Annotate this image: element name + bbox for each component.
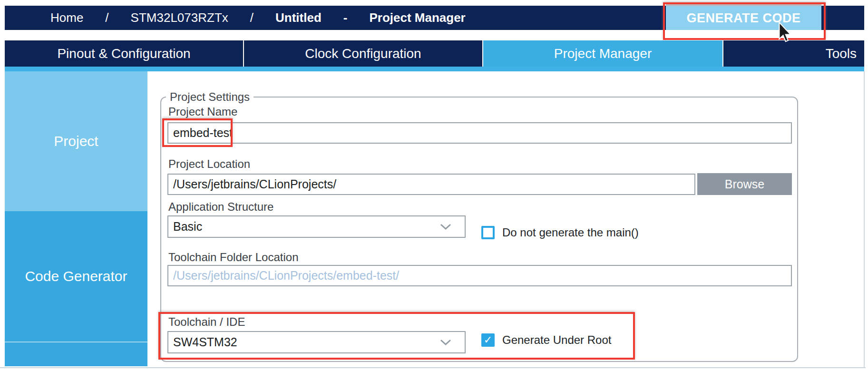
project-location-input[interactable] <box>167 174 695 195</box>
project-name-input[interactable] <box>167 122 792 144</box>
toolchain-ide-label: Toolchain / IDE <box>168 315 245 329</box>
sidebar-item-project[interactable]: Project <box>5 71 147 211</box>
breadcrumb-dash: - <box>343 10 348 25</box>
breadcrumb-page: Project Manager <box>369 10 465 25</box>
breadcrumb-home[interactable]: Home <box>50 10 83 25</box>
browse-button[interactable]: Browse <box>697 173 792 195</box>
do-not-generate-main-label: Do not generate the main() <box>502 226 639 239</box>
do-not-generate-main-row: Do not generate the main() <box>481 226 639 239</box>
chevron-down-icon <box>440 339 451 346</box>
generate-under-root-row: ✓ Generate Under Root <box>481 333 611 347</box>
sidebar-item-code-generator[interactable]: Code Generator <box>5 211 147 342</box>
toolchain-ide-value: SW4STM32 <box>173 335 237 349</box>
tab-project-manager[interactable]: Project Manager <box>483 40 722 67</box>
tab-pinout-configuration[interactable]: Pinout & Configuration <box>5 40 243 67</box>
breadcrumb-separator: / <box>105 10 108 25</box>
sidebar-item-advanced[interactable] <box>5 342 147 366</box>
application-structure-value: Basic <box>173 220 202 234</box>
breadcrumb-device[interactable]: STM32L073RZTx <box>131 10 228 25</box>
stm32cubemx-window: Home / STM32L073RZTx / Untitled - Projec… <box>0 0 868 371</box>
project-name-label: Project Name <box>168 105 237 118</box>
project-settings-group: Project Settings Project Name Project Lo… <box>160 97 798 362</box>
application-structure-dropdown[interactable]: Basic <box>167 215 466 238</box>
breadcrumb-separator: / <box>250 10 254 25</box>
window-right-edge <box>864 71 865 367</box>
generate-code-button[interactable]: GENERATE CODE <box>666 4 821 30</box>
generate-under-root-checkbox[interactable]: ✓ <box>481 333 495 347</box>
window-bottom-edge <box>0 367 866 368</box>
breadcrumb-document: Untitled <box>275 10 322 25</box>
toolchain-ide-dropdown[interactable]: SW4STM32 <box>167 331 466 353</box>
tab-clock-configuration[interactable]: Clock Configuration <box>244 40 482 67</box>
toolchain-folder-location-label: Toolchain Folder Location <box>168 251 299 264</box>
group-title: Project Settings <box>166 90 254 104</box>
generate-under-root-label: Generate Under Root <box>502 333 611 347</box>
project-location-label: Project Location <box>168 157 250 171</box>
do-not-generate-main-checkbox[interactable] <box>481 226 495 239</box>
breadcrumb: Home / STM32L073RZTx / Untitled - Projec… <box>50 10 466 25</box>
top-toolbar: Home / STM32L073RZTx / Untitled - Projec… <box>5 6 864 30</box>
main-tab-bar: Pinout & Configuration Clock Configurati… <box>5 40 864 67</box>
application-structure-label: Application Structure <box>168 200 273 214</box>
project-manager-sidebar: Project Code Generator <box>5 71 147 366</box>
tab-tools[interactable]: Tools <box>723 40 864 67</box>
toolchain-folder-location-input <box>167 265 792 286</box>
active-tab-underline <box>5 67 864 71</box>
chevron-down-icon <box>440 224 451 230</box>
